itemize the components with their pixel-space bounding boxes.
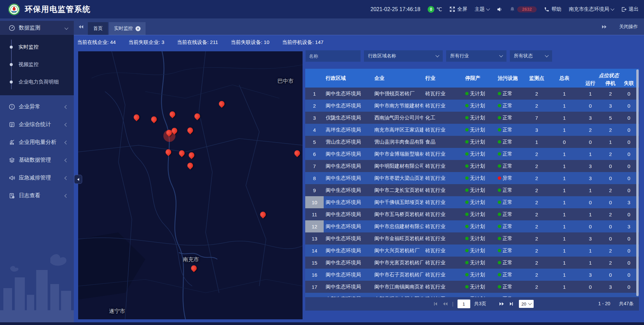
- theme-dropdown[interactable]: 主题: [475, 6, 489, 12]
- cell-stop-limit: 无计划: [461, 269, 494, 281]
- cell-lost: 0: [619, 269, 639, 281]
- cell-halt: 0: [602, 160, 619, 172]
- next-page-button[interactable]: [499, 302, 504, 306]
- table-row[interactable]: 15阆中生态环境局阆中市光富页岩机砖厂砖瓦行业无计划正常21120: [305, 257, 639, 269]
- tabs-scroll-left-button[interactable]: [79, 25, 83, 29]
- table-row[interactable]: 3仪陇生态环境局西南油气田分公司川中化工无计划正常71350: [305, 112, 639, 124]
- skyline-watermark: [0, 248, 74, 325]
- map-collapse-button[interactable]: [74, 175, 82, 184]
- table-row[interactable]: 1阆中生态环境局阆中强锐页岩砖厂砖瓦行业无计划正常21120: [305, 88, 639, 100]
- chevron-left-icon: [64, 105, 68, 109]
- cell-run: 1: [579, 257, 602, 269]
- table-scrollbar[interactable]: [636, 69, 639, 296]
- chevron-left-icon: [64, 123, 68, 126]
- cell-stop-limit: 无计划: [461, 281, 494, 293]
- cell-region: 阆中生态环境局: [324, 148, 372, 160]
- cell-company: 阆中市金博瑞新型墙材: [372, 148, 423, 160]
- table-row[interactable]: 10阆中生态环境局阆中千佛镇五郎垭页岩砖瓦行业无计划正常21003: [305, 196, 639, 208]
- first-page-button[interactable]: [434, 302, 437, 306]
- footer-strip: [0, 322, 644, 325]
- cell-meter: 1: [550, 112, 579, 124]
- cell-meter: 1: [550, 124, 579, 136]
- stat-value: 3: [161, 39, 164, 46]
- name-filter-input[interactable]: [306, 50, 361, 62]
- sidebar-item-log-view[interactable]: 日志查看: [0, 187, 74, 205]
- table-row[interactable]: 14阆中生态环境局阆中大兴页岩机砖厂砖瓦行业无计划正常21120: [305, 245, 639, 257]
- table-row[interactable]: 6阆中生态环境局阆中市金博瑞新型墙材砖瓦行业无计划正常21120: [305, 148, 639, 160]
- region-filter-select[interactable]: 行政区域名称: [364, 50, 443, 62]
- sidebar-item-data-monitor[interactable]: 数据监测: [0, 21, 74, 35]
- help-button[interactable]: 帮助: [544, 6, 561, 12]
- cell-halt: 3: [602, 281, 619, 293]
- map-panel: 巴中市南充市遂宁市: [78, 51, 303, 319]
- page-size-select[interactable]: 20: [519, 300, 533, 308]
- table-row[interactable]: 8阆中生态环境局阆中市枣碧大梁山页岩砖瓦行业无计划异常21300: [305, 172, 639, 184]
- sidebar-item-video-monitor[interactable]: 视频监控: [0, 56, 74, 73]
- table-row[interactable]: 18南部生态环境局南部县砚华水泥有限公建材加工无计划正常21030: [305, 293, 639, 297]
- close-tab-icon[interactable]: ×: [136, 26, 141, 31]
- prev-page-button[interactable]: [443, 302, 447, 306]
- table-row[interactable]: 17阆中生态环境局阆中市江南镇阆南页岩砖瓦行业无计划正常21030: [305, 281, 639, 293]
- table-row[interactable]: 9阆中生态环境局阆中市二龙长宝页岩砖砖瓦行业无计划正常21120: [305, 184, 639, 196]
- close-operations-button[interactable]: 关闭操作: [619, 24, 638, 30]
- cell-industry: 化工: [423, 112, 461, 124]
- org-dropdown[interactable]: 南充市生态环境局: [569, 6, 614, 12]
- tabs-scroll-right-button[interactable]: [602, 25, 606, 29]
- cell-stop-limit: 无计划: [461, 196, 494, 208]
- status-dot-icon: [498, 164, 501, 168]
- col-monitor: 监测点: [523, 69, 550, 88]
- page-number-input[interactable]: [458, 300, 470, 308]
- table-row[interactable]: 2阆中生态环境局阆中市南方节能建材有砖瓦行业无计划正常21030: [305, 100, 639, 112]
- table-row[interactable]: 4高坪生态环境局南充市高坪区王家店建砖瓦行业无计划正常31220: [305, 124, 639, 136]
- status-filter-select[interactable]: 所有状态: [510, 50, 552, 62]
- chevron-left-icon: [77, 178, 79, 181]
- cell-seq: 1: [305, 88, 324, 100]
- sidebar-item-power-load-detail[interactable]: 企业电力负荷明细: [0, 73, 74, 91]
- fullscreen-icon: [449, 6, 455, 12]
- sidebar-item-base-data-management[interactable]: 基础数据管理: [0, 151, 74, 169]
- cell-stop-limit: 无计划: [461, 124, 494, 136]
- cell-run: 1: [579, 245, 602, 257]
- fullscreen-button[interactable]: 全屏: [449, 6, 467, 12]
- announce-button[interactable]: [497, 7, 502, 12]
- sidebar-item-power-usage-analysis[interactable]: 企业用电量分析: [0, 133, 74, 151]
- cell-region: 阆中生态环境局: [324, 160, 372, 172]
- logout-button[interactable]: 退出: [621, 6, 639, 12]
- table-row[interactable]: 5营山生态环境局营山县润丰肉食品有限食品无计划正常10010: [305, 136, 639, 148]
- status-dot-icon: [498, 152, 501, 156]
- cell-facility: 正常: [494, 281, 523, 293]
- table-row[interactable]: 11阆中生态环境局阆中市五马桥页岩机砖砖瓦行业无计划正常21120: [305, 208, 639, 220]
- alarm-indicator[interactable]: 2632: [509, 6, 537, 12]
- last-page-button[interactable]: [510, 302, 513, 306]
- app-title: 环保用电监管系统: [25, 4, 91, 14]
- cell-monitor: 1: [523, 136, 550, 148]
- table-row[interactable]: 13阆中生态环境局阆中市金福旺页岩机砖砖瓦行业无计划正常21300: [305, 232, 639, 245]
- cell-meter: 1: [550, 196, 579, 208]
- stat-value: 211: [210, 39, 218, 46]
- sidebar-item-enterprise-statistics[interactable]: 企业综合统计: [0, 116, 74, 133]
- cell-halt: 3: [602, 100, 619, 112]
- sidebar-item-enterprise-abnormal[interactable]: 企业异常: [0, 98, 74, 116]
- table-row[interactable]: 7阆中生态环境局阆中明阳建材有限公司砖瓦行业无计划正常21300: [305, 160, 639, 172]
- cell-stop-limit: 无计划: [461, 112, 494, 124]
- tab-home[interactable]: 首页: [88, 22, 108, 35]
- cell-industry: 砖瓦行业: [423, 148, 461, 160]
- tab-realtime[interactable]: 实时监控×: [109, 22, 146, 35]
- table-row[interactable]: 12阆中生态环境局阆中市忠信建材有限公砖瓦行业无计划正常21003: [305, 220, 639, 232]
- chevron-left-icon: [64, 158, 68, 162]
- table-row[interactable]: 16阆中生态环境局阆中市石子页岩机砖厂砖瓦行业无计划正常21300: [305, 269, 639, 281]
- status-dot-icon: [498, 140, 501, 144]
- bullet-dot-icon: [10, 80, 13, 84]
- cell-company: 阆中市五马桥页岩机砖: [372, 208, 423, 220]
- cell-industry: 砖瓦行业: [423, 245, 461, 257]
- cell-monitor: 2: [523, 220, 550, 232]
- cell-meter: 0: [550, 136, 579, 148]
- sidebar-item-label: 企业用电量分析: [19, 139, 62, 146]
- cell-seq: 12: [305, 220, 324, 232]
- sidebar-item-emergency-reduction[interactable]: 应急减排管理: [0, 169, 74, 187]
- industry-filter-select[interactable]: 所有行业: [446, 50, 506, 62]
- sidebar-item-realtime-monitor[interactable]: 实时监控: [0, 38, 74, 56]
- tabs: 首页实时监控×: [88, 22, 147, 35]
- cell-facility: 异常: [494, 172, 523, 184]
- cell-seq: 10: [305, 196, 324, 208]
